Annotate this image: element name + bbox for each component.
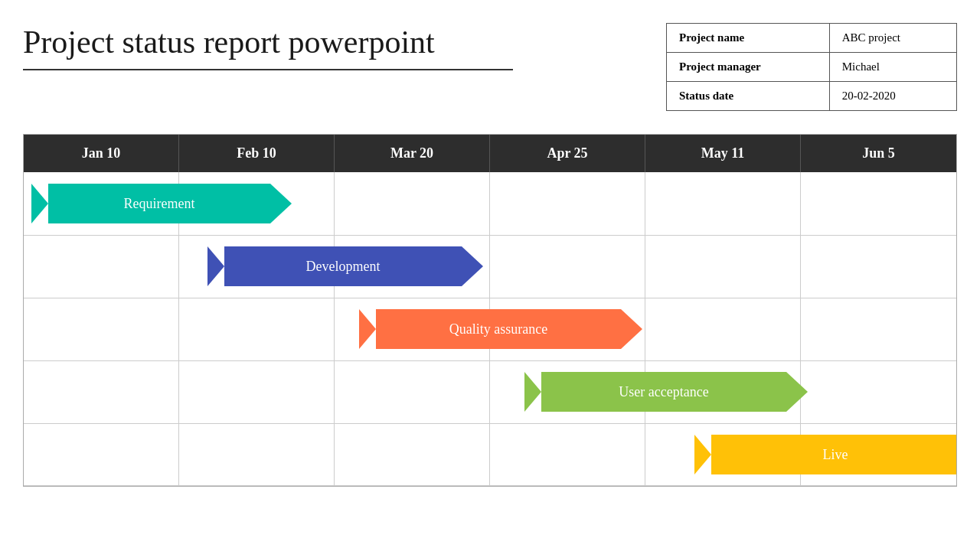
gantt-bar-development: Development <box>207 246 483 286</box>
gantt-bar-live: Live <box>694 435 957 474</box>
page: Project status report powerpoint Project… <box>0 0 980 551</box>
info-row-project-manager: Project manager Michael <box>667 53 957 82</box>
title-section: Project status report powerpoint <box>23 23 666 70</box>
gantt-chart: Jan 10 Feb 10 Mar 20 Apr 25 May 11 Jun 5 <box>23 134 957 487</box>
project-manager-value: Michael <box>829 53 956 82</box>
gantt-header: Jan 10 Feb 10 Mar 20 Apr 25 May 11 Jun 5 <box>24 135 956 172</box>
header: Project status report powerpoint Project… <box>23 23 957 111</box>
gantt-col-may11: May 11 <box>645 135 801 172</box>
gantt-col-apr25: Apr 25 <box>490 135 645 172</box>
gantt-bar-user-acceptance: User acceptance <box>524 372 808 412</box>
project-manager-label: Project manager <box>667 53 830 82</box>
gantt-col-feb10: Feb 10 <box>179 135 335 172</box>
project-name-label: Project name <box>667 24 830 53</box>
gantt-col-jun5: Jun 5 <box>801 135 956 172</box>
gantt-bar-requirement: Requirement <box>31 184 292 223</box>
info-row-status-date: Status date 20-02-2020 <box>667 82 957 111</box>
project-name-value: ABC project <box>829 24 956 53</box>
status-date-label: Status date <box>667 82 830 111</box>
page-title: Project status report powerpoint <box>23 23 666 61</box>
title-underline <box>23 69 513 70</box>
gantt-col-mar20: Mar 20 <box>335 135 490 172</box>
gantt-bar-quality-assurance: Quality assurance <box>359 309 642 349</box>
info-table: Project name ABC project Project manager… <box>666 23 957 111</box>
info-row-project-name: Project name ABC project <box>667 24 957 53</box>
gantt-body: Requirement Development Quality assuranc… <box>24 172 956 486</box>
gantt-col-jan10: Jan 10 <box>24 135 179 172</box>
status-date-value: 20-02-2020 <box>829 82 956 111</box>
